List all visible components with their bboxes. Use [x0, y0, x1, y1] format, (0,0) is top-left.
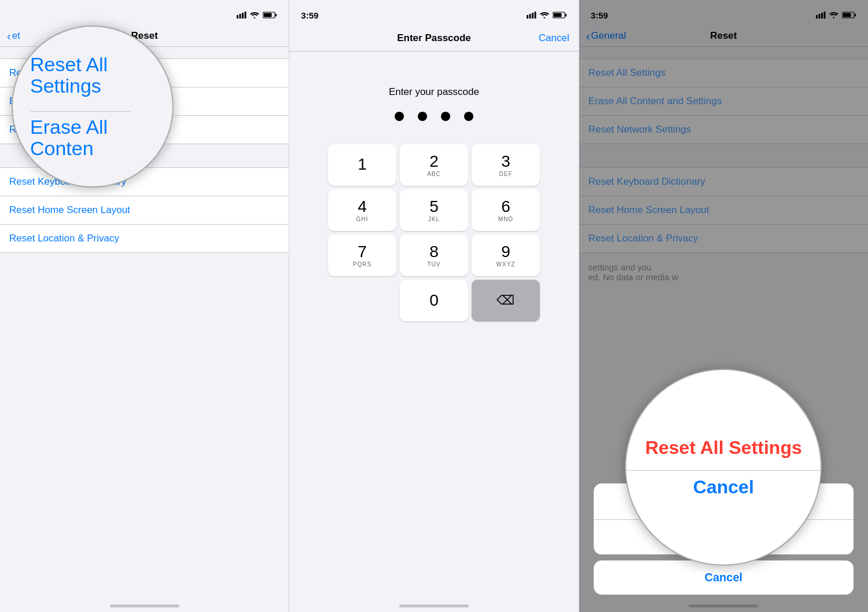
nav-back-1[interactable]: ‹ et [7, 30, 20, 42]
passcode-cancel-btn[interactable]: Cancel [539, 32, 569, 44]
passcode-dot-2 [418, 112, 427, 121]
cell-homescreen-label-1: Reset Home Screen Layout [9, 204, 130, 216]
magnify-circle-1: Reset All Settings Erase All Conten [12, 25, 174, 188]
numpad: 1 2 ABC 3 DEF 4 GHI 5 JKL 6 MNO [289, 144, 578, 325]
numpad-key-4[interactable]: 4 GHI [328, 189, 396, 231]
svg-rect-7 [527, 15, 528, 19]
cell-keyboard-1[interactable]: Reset Keyboard Dictionary [0, 167, 289, 196]
passcode-dot-4 [464, 112, 473, 121]
svg-rect-5 [275, 14, 277, 17]
nav-back-label-1: et [12, 30, 20, 42]
svg-rect-1 [240, 14, 241, 19]
status-icons-1 [237, 12, 277, 19]
numpad-row-2: 4 GHI 5 JKL 6 MNO [294, 189, 573, 231]
svg-rect-0 [237, 15, 238, 19]
magnify-circle-3: Reset All Settings Cancel [625, 369, 822, 566]
svg-rect-2 [242, 13, 244, 19]
passcode-title: Enter Passcode [397, 32, 471, 44]
numpad-key-9[interactable]: 9 WXYZ [472, 234, 540, 276]
status-bar-1 [0, 0, 289, 25]
numpad-row-3: 7 PQRS 8 TUV 9 WXYZ [294, 234, 573, 276]
cell-homescreen-1[interactable]: Reset Home Screen Layout [0, 196, 289, 225]
numpad-key-7[interactable]: 7 PQRS [328, 234, 396, 276]
numpad-row-1: 1 2 ABC 3 DEF [294, 144, 573, 186]
numpad-key-8[interactable]: 8 TUV [400, 234, 468, 276]
signal-icon [237, 12, 247, 19]
numpad-key-backspace[interactable]: ⌫ [472, 280, 540, 321]
svg-rect-3 [245, 12, 247, 19]
numpad-key-3[interactable]: 3 DEF [472, 144, 540, 186]
wifi-icon [250, 12, 259, 19]
battery-icon-2 [553, 12, 567, 19]
numpad-key-2[interactable]: 2 ABC [400, 144, 468, 186]
svg-rect-8 [529, 14, 531, 19]
svg-rect-13 [553, 13, 561, 17]
svg-rect-12 [565, 14, 567, 17]
status-time-2: 3:59 [301, 10, 318, 20]
cell-location-label-1: Reset Location & Privacy [9, 233, 119, 244]
status-icons-2 [527, 12, 567, 19]
magnify-divider [30, 111, 130, 112]
settings-group-2: Reset Keyboard Dictionary Reset Home Scr… [0, 167, 289, 253]
numpad-key-0[interactable]: 0 [400, 280, 468, 321]
magnify-text-erase: Erase All Conten [30, 116, 155, 160]
magnify-action-text: Reset All Settings [634, 437, 814, 459]
numpad-row-4: 0 ⌫ [294, 280, 573, 321]
numpad-key-6[interactable]: 6 MNO [472, 189, 540, 231]
magnify-text-reset: Reset All Settings [30, 54, 155, 97]
passcode-header: Enter Passcode Cancel [289, 25, 578, 52]
passcode-dot-3 [441, 112, 450, 121]
home-indicator-2 [399, 604, 469, 607]
status-bar-2: 3:59 [289, 0, 578, 25]
passcode-prompt: Enter your passcode [289, 86, 578, 98]
home-indicator-1 [110, 604, 179, 607]
magnify-divider-3 [626, 470, 821, 471]
passcode-dots [289, 112, 578, 121]
numpad-key-1[interactable]: 1 [328, 144, 396, 186]
battery-icon [263, 12, 277, 19]
svg-rect-10 [534, 12, 536, 19]
magnify-cancel-text: Cancel [693, 477, 754, 498]
svg-rect-6 [264, 13, 272, 17]
signal-icon-2 [527, 12, 536, 19]
passcode-dot-1 [395, 112, 404, 121]
cell-location-1[interactable]: Reset Location & Privacy [0, 225, 289, 253]
panel-1: ‹ et Reset Reset All Settings Erase All … [0, 0, 289, 612]
panel-2: 3:59 Enter Passcode Cancel Enter your pa… [289, 0, 579, 612]
numpad-key-5[interactable]: 5 JKL [400, 189, 468, 231]
back-arrow-icon: ‹ [7, 30, 11, 42]
svg-rect-9 [532, 13, 534, 19]
numpad-key-empty [328, 280, 396, 321]
panel-3: 3:59 ‹ General Reset Reset All Settings … [579, 0, 868, 612]
wifi-icon-2 [540, 12, 549, 19]
